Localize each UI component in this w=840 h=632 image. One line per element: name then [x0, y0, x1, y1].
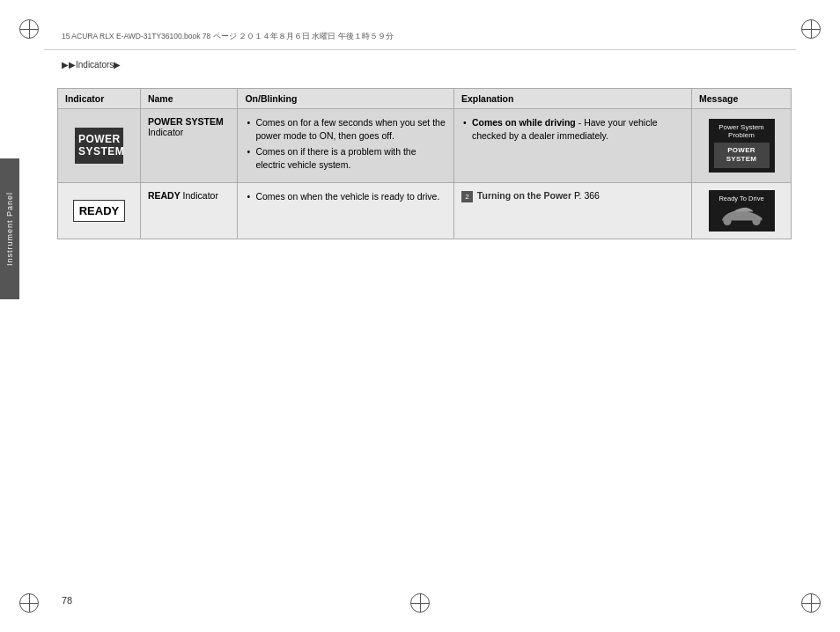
ref-link-text: Turning on the Power	[477, 190, 571, 201]
ready-name-sub: Indicator	[183, 190, 218, 201]
explanation-cell-power: Comes on while driving - Have your vehic…	[453, 109, 691, 183]
message-display-power: Power SystemProblem POWERSYSTEM	[709, 119, 775, 173]
name-cell-ready: READY Indicator	[140, 182, 237, 239]
corner-crosshair-bl	[19, 593, 39, 613]
table-row: POWERSYSTEM POWER SYSTEM Indicator Comes…	[58, 109, 792, 183]
col-header-message: Message	[692, 89, 792, 109]
col-header-explanation: Explanation	[453, 89, 691, 109]
message-cell-power: Power SystemProblem POWERSYSTEM	[692, 109, 792, 183]
message-cell-ready: Ready To Drive	[692, 182, 792, 239]
side-tab-label: Instrument Panel	[5, 192, 14, 266]
msg-inner-power: POWERSYSTEM	[714, 143, 770, 168]
header-divider	[44, 49, 796, 50]
breadcrumb: ▶▶Indicators▶	[62, 60, 121, 70]
indicator-cell-power: POWERSYSTEM	[58, 109, 141, 183]
onblinking-list-ready: Comes on when the vehicle is ready to dr…	[245, 190, 446, 203]
message-display-ready: Ready To Drive	[709, 190, 775, 231]
col-header-name: Name	[140, 89, 237, 109]
explanation-cell-ready: 2 Turning on the Power P. 366	[453, 182, 691, 239]
page-number: 78	[62, 595, 72, 606]
main-content: Indicator Name On/Blinking Explanation M…	[57, 88, 792, 239]
onblinking-cell-power: Comes on for a few seconds when you set …	[238, 109, 454, 183]
table-header-row: Indicator Name On/Blinking Explanation M…	[58, 89, 792, 109]
corner-crosshair-br	[801, 593, 821, 613]
name-cell-power: POWER SYSTEM Indicator	[140, 109, 237, 183]
col-header-indicator: Indicator	[58, 89, 141, 109]
onblinking-list-power: Comes on for a few seconds when you set …	[245, 116, 446, 172]
table-row: READY READY Indicator Comes on when the …	[58, 182, 792, 239]
car-silhouette-icon	[718, 206, 766, 225]
explanation-bold: Comes on while driving	[472, 117, 576, 128]
power-name-bold: POWER SYSTEM	[148, 116, 224, 127]
power-system-indicator: POWERSYSTEM	[75, 128, 123, 164]
file-info: 15 ACURA RLX E-AWD-31TY36100.book 78 ページ…	[62, 32, 394, 42]
list-item: Comes on when the vehicle is ready to dr…	[245, 190, 446, 203]
onblinking-cell-ready: Comes on when the vehicle is ready to dr…	[238, 182, 454, 239]
corner-crosshair-tl	[19, 19, 39, 39]
power-name-sub: Indicator	[148, 127, 183, 137]
explanation-list-power: Comes on while driving - Have your vehic…	[461, 116, 684, 142]
side-tab: Instrument Panel	[0, 158, 19, 299]
col-header-onblinking: On/Blinking	[238, 89, 454, 109]
list-item: Comes on if there is a problem with the …	[245, 145, 446, 171]
corner-crosshair-tr	[801, 19, 821, 39]
ready-indicator: READY	[73, 200, 126, 222]
ref-page: P. 366	[574, 190, 600, 201]
ready-name-bold: READY	[148, 190, 181, 201]
reference-icon: 2	[461, 191, 473, 202]
list-item: Comes on while driving - Have your vehic…	[461, 116, 684, 142]
list-item: Comes on for a few seconds when you set …	[245, 116, 446, 142]
msg-title-power: Power SystemProblem	[714, 123, 770, 139]
indicator-cell-ready: READY	[58, 182, 141, 239]
corner-crosshair-bm	[410, 593, 430, 613]
indicators-table: Indicator Name On/Blinking Explanation M…	[57, 88, 792, 239]
msg-title-ready: Ready To Drive	[714, 195, 770, 202]
